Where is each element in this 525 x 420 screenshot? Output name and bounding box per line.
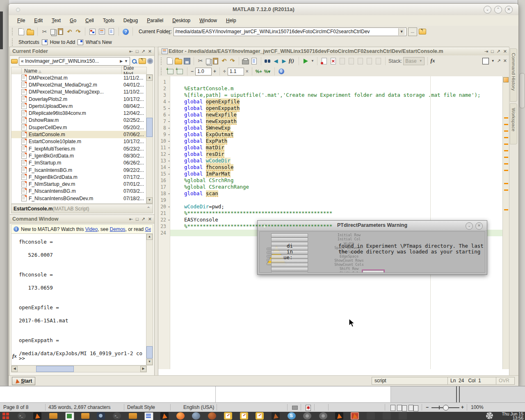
multiply-value-button[interactable]: ×	[246, 68, 249, 74]
menu-item[interactable]: Edit	[30, 16, 47, 25]
paste-icon[interactable]	[213, 58, 218, 64]
copy-icon[interactable]	[206, 59, 210, 64]
zoom-percent[interactable]: 100%	[471, 404, 484, 410]
breadcrumb-dropdown-icon[interactable]: ▼	[124, 59, 128, 63]
function-browser-icon[interactable]: f()	[289, 57, 296, 64]
writer-page-indicator[interactable]: Page 8 of 8	[3, 404, 28, 410]
code-line[interactable]: 6-global newExpfile	[158, 112, 503, 118]
code-line[interactable]: 10-global ExpPath	[158, 138, 503, 144]
cell-value-field[interactable]: 1.0	[195, 68, 212, 75]
taskbar-icon-term[interactable]: >_	[113, 412, 121, 420]
taskbar-icon-skype[interactable]: S	[288, 412, 296, 420]
taskbar-icon-note[interactable]	[240, 412, 248, 420]
open-file-icon[interactable]	[175, 59, 182, 64]
code-line[interactable]: 20-wCodeDir=pwd;	[158, 203, 503, 210]
shortcut-whats-new[interactable]: What's New	[86, 39, 112, 45]
copy-icon[interactable]	[50, 29, 55, 35]
redo-icon[interactable]: ↷	[229, 57, 236, 64]
insert-cell-below-icon[interactable]	[177, 69, 183, 74]
demos-link[interactable]: Demos	[110, 226, 126, 232]
divide-value-button[interactable]: ÷	[223, 68, 226, 74]
file-row[interactable]: EstartConsole.m 07/06/2...	[11, 131, 146, 138]
gear-icon[interactable]	[147, 58, 153, 64]
code-line[interactable]: 13-global wCodeDir	[158, 158, 503, 164]
file-row[interactable]: F_IscanIntensBG.m 09/22/2...	[11, 167, 146, 173]
file-row[interactable]: DpertsUploadDev.m 08/04/2...	[11, 103, 146, 110]
dock-icon[interactable]: ⇤	[129, 49, 133, 54]
clock[interactable]: Thu Jun 15 13:56	[502, 412, 523, 420]
menu-item[interactable]: Parallel	[142, 16, 168, 25]
scroll-up-icon[interactable]: ▲	[146, 75, 153, 81]
file-row[interactable]: F_IexpMultiTseries.m 05/23/2...	[11, 145, 146, 152]
title-bar[interactable]: MATLAB 7.12.0 (R2011a) ⌄ ⌃ ✕	[9, 4, 518, 16]
code-line[interactable]: 11-global matDir	[158, 144, 503, 151]
menu-item[interactable]: Text	[47, 16, 65, 25]
guide-icon[interactable]	[99, 29, 105, 34]
file-row[interactable]: DshowRaw.m 02/25/2...	[11, 117, 146, 124]
taskbar-icon-matlab[interactable]	[335, 412, 343, 420]
undock-icon[interactable]: ↗	[142, 49, 145, 54]
file-row[interactable]: DoverlayPlots2.m 10/17/2...	[11, 96, 146, 103]
scroll-down-icon[interactable]: ▼	[146, 359, 153, 365]
undo-icon[interactable]: ↶	[66, 28, 73, 35]
file-detail-bar[interactable]: EstartConsole.m (MATLAB Script) ⌃	[11, 204, 153, 213]
taskbar-icon-note[interactable]	[224, 412, 232, 420]
mlint-message-bar[interactable]	[502, 76, 509, 369]
minimize-button[interactable]: ⌄	[484, 6, 491, 14]
taskbar-icon-writer[interactable]	[144, 412, 153, 420]
mlint-indicator-icon[interactable]	[503, 77, 509, 82]
clear-breakpoints-icon[interactable]: ✕	[331, 58, 336, 64]
scroll-thumb[interactable]	[146, 118, 153, 137]
dialog-close-icon[interactable]: ✕	[475, 222, 483, 230]
taskbar-icon-matlab-dark[interactable]	[272, 412, 280, 420]
book-view-icon[interactable]	[409, 405, 413, 411]
file-row[interactable]: EstartConsole10plate.m 10/17/2...	[11, 138, 146, 145]
cell-help-icon[interactable]: 0	[278, 68, 284, 74]
evaluate-cell-advance-icon[interactable]: %▾	[264, 68, 271, 75]
menu-item[interactable]: Help	[221, 16, 241, 25]
scroll-left-icon[interactable]: ◀	[11, 366, 18, 372]
go-forward-icon[interactable]: ▶	[281, 57, 288, 64]
cut-icon[interactable]: ✂	[197, 57, 204, 64]
dock-icon[interactable]: ⇥	[484, 49, 488, 54]
run-icon[interactable]	[304, 59, 308, 64]
single-page-view-icon[interactable]	[390, 405, 395, 411]
maximize-button[interactable]: ⌃	[494, 6, 502, 14]
file-row[interactable]: F_IgenBkGrdData.m 08/30/2...	[11, 152, 146, 159]
mlint-warning-tick[interactable]	[504, 137, 508, 138]
mlint-warning-tick[interactable]	[504, 209, 508, 210]
code-line[interactable]: 5-global openExppath	[158, 105, 503, 112]
menu-item[interactable]: Desktop	[168, 16, 195, 25]
shortcut-how-to-add[interactable]: How to Add	[50, 39, 75, 45]
set-breakpoint-icon[interactable]	[322, 58, 327, 64]
mlint-warning-tick[interactable]	[504, 189, 508, 191]
mlint-warning-tick[interactable]	[504, 117, 508, 119]
file-list-scrollbar[interactable]: ▲ ▼	[146, 74, 153, 204]
maximize-panel-icon[interactable]: □	[136, 217, 139, 222]
file-row[interactable]: DsuperCellDev.m 05/20/2...	[11, 124, 146, 131]
undock-icon[interactable]: ↗	[142, 217, 145, 222]
command-window-header[interactable]: Command Window ⇤ □ ↗ ✕	[10, 215, 154, 224]
editor-layout-icon[interactable]	[482, 58, 489, 64]
file-row[interactable]: DMPexcel2mat.m 11/11/2...	[11, 74, 146, 81]
taskbar-icon-folder[interactable]	[81, 413, 89, 419]
writer-word-count[interactable]: 435 words, 2,697 characters	[48, 404, 110, 410]
mlint-warning-tick[interactable]	[504, 124, 508, 125]
file-row[interactable]: DReplicate96to384conv.m 12/04/2...	[11, 110, 146, 116]
code-line[interactable]: 18-global scan	[158, 190, 503, 197]
maximize-panel-icon[interactable]: □	[491, 49, 494, 54]
scroll-right-icon[interactable]: ▶	[140, 366, 146, 372]
find-icon[interactable]	[264, 59, 271, 64]
menu-item[interactable]: Debug	[119, 16, 142, 25]
open-file-icon[interactable]	[27, 30, 34, 35]
new-file-icon[interactable]	[167, 57, 173, 64]
code-line[interactable]: 3%[file,path] = uiputfile('.mat','Create…	[158, 92, 503, 98]
mlint-warning-tick[interactable]	[504, 150, 508, 151]
simulink-icon[interactable]	[89, 29, 96, 35]
zoom-in-button[interactable]: +	[461, 404, 464, 410]
multi-page-view-icon[interactable]	[397, 405, 402, 411]
close-button[interactable]: ✕	[505, 6, 513, 14]
document-modified-icon[interactable]: ✱	[306, 405, 311, 411]
increase-value-button[interactable]: +	[213, 68, 216, 74]
cell-multiplier-field[interactable]: 1.1	[228, 68, 244, 75]
